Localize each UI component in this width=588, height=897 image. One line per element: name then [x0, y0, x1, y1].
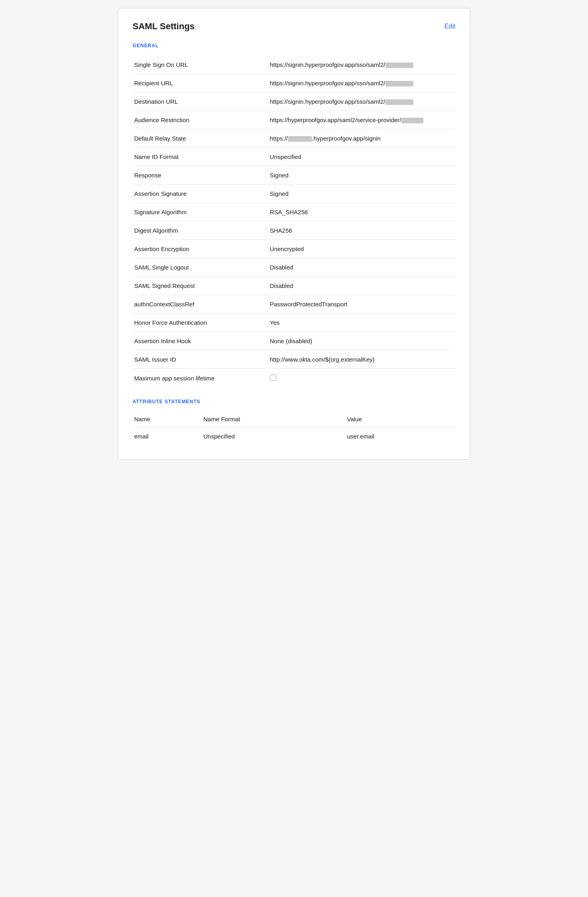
- attr-col-name: Name: [133, 412, 202, 428]
- setting-value: SHA256: [268, 221, 455, 240]
- setting-value: Unspecified: [268, 148, 455, 166]
- setting-label: Digest Algorithm: [133, 221, 268, 240]
- table-row: Audience Restriction https://hyperproofg…: [133, 111, 455, 129]
- table-row: authnContextClassRef PasswordProtectedTr…: [133, 295, 455, 314]
- setting-value: Signed: [268, 185, 455, 203]
- setting-label: Assertion Signature: [133, 185, 268, 203]
- setting-label: Destination URL: [133, 93, 268, 111]
- setting-value: None (disabled): [268, 332, 455, 350]
- redacted-value: [385, 81, 413, 86]
- setting-value: Disabled: [268, 258, 455, 277]
- setting-label: Audience Restriction: [133, 111, 268, 129]
- setting-label: Recipient URL: [133, 74, 268, 93]
- setting-label: authnContextClassRef: [133, 295, 268, 314]
- table-row: Response Signed: [133, 166, 455, 185]
- setting-value: Unencrypted: [268, 240, 455, 258]
- setting-label: Single Sign On URL: [133, 56, 268, 74]
- setting-label: Default Relay State: [133, 129, 268, 148]
- setting-value: https://.hyperproofgov.app/signin: [268, 129, 455, 148]
- table-row: Digest Algorithm SHA256: [133, 221, 455, 240]
- attribute-statements-section-label: ATTRIBUTE STATEMENTS: [133, 399, 455, 404]
- card-header: SAML Settings Edit: [133, 21, 455, 32]
- redacted-value: [385, 62, 413, 68]
- table-row: Maximum app session lifetime: [133, 369, 455, 388]
- setting-label: Assertion Inline Hook: [133, 332, 268, 350]
- setting-label: SAML Signed Request: [133, 277, 268, 295]
- table-row: SAML Single Logout Disabled: [133, 258, 455, 277]
- redacted-value: [385, 99, 413, 105]
- setting-label: Name ID Format: [133, 148, 268, 166]
- setting-value: Yes: [268, 314, 455, 332]
- table-row: Recipient URL https://signin.hyperproofg…: [133, 74, 455, 93]
- max-session-checkbox[interactable]: [270, 374, 276, 381]
- table-row: Signature Algorithm RSA_SHA256: [133, 203, 455, 221]
- table-row: Honor Force Authentication Yes: [133, 314, 455, 332]
- setting-value: http://www.okta.com/${org.externalKey}: [268, 350, 455, 369]
- general-section-label: GENERAL: [133, 43, 455, 48]
- setting-label: SAML Issuer ID: [133, 350, 268, 369]
- settings-table: Single Sign On URL https://signin.hyperp…: [133, 56, 455, 388]
- table-row: Assertion Inline Hook None (disabled): [133, 332, 455, 350]
- attr-value: user.email: [345, 428, 455, 445]
- setting-value: https://signin.hyperproofgov.app/sso/sam…: [268, 74, 455, 93]
- setting-label: Honor Force Authentication: [133, 314, 268, 332]
- table-row: Assertion Signature Signed: [133, 185, 455, 203]
- attr-col-name-format: Name Format: [202, 412, 346, 428]
- setting-label: Maximum app session lifetime: [133, 369, 268, 388]
- table-row: SAML Issuer ID http://www.okta.com/${org…: [133, 350, 455, 369]
- setting-value: Signed: [268, 166, 455, 185]
- attr-name: email: [133, 428, 202, 445]
- table-row: Default Relay State https://.hyperproofg…: [133, 129, 455, 148]
- setting-value: Disabled: [268, 277, 455, 295]
- attr-name-format: Unspecified: [202, 428, 346, 445]
- setting-label: SAML Single Logout: [133, 258, 268, 277]
- setting-label: Signature Algorithm: [133, 203, 268, 221]
- table-row: SAML Signed Request Disabled: [133, 277, 455, 295]
- setting-value: [268, 369, 455, 388]
- table-row: Single Sign On URL https://signin.hyperp…: [133, 56, 455, 74]
- page-title: SAML Settings: [133, 21, 195, 32]
- setting-label: Assertion Encryption: [133, 240, 268, 258]
- attr-col-value: Value: [345, 412, 455, 428]
- saml-settings-card: SAML Settings Edit GENERAL Single Sign O…: [118, 8, 470, 460]
- table-row: Assertion Encryption Unencrypted: [133, 240, 455, 258]
- table-row: Name ID Format Unspecified: [133, 148, 455, 166]
- redacted-value: [288, 136, 312, 142]
- redacted-value: [401, 118, 423, 123]
- edit-button[interactable]: Edit: [444, 23, 455, 30]
- attribute-statements-table: Name Name Format Value email Unspecified…: [133, 412, 455, 445]
- attr-table-header-row: Name Name Format Value: [133, 412, 455, 428]
- setting-value: PasswordProtectedTransport: [268, 295, 455, 314]
- setting-value: RSA_SHA256: [268, 203, 455, 221]
- setting-value: https://signin.hyperproofgov.app/sso/sam…: [268, 93, 455, 111]
- setting-value: https://hyperproofgov.app/saml2/service-…: [268, 111, 455, 129]
- setting-label: Response: [133, 166, 268, 185]
- setting-value: https://signin.hyperproofgov.app/sso/sam…: [268, 56, 455, 74]
- attr-table-row: email Unspecified user.email: [133, 428, 455, 445]
- table-row: Destination URL https://signin.hyperproo…: [133, 93, 455, 111]
